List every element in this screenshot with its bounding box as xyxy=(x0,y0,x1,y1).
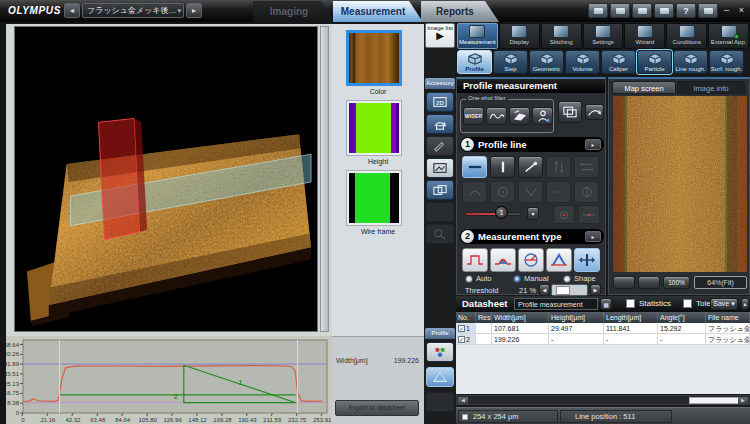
threshold-increase-button[interactable]: ▶ xyxy=(590,284,601,296)
map-pan-button[interactable] xyxy=(613,276,635,289)
smooth-curve-button[interactable] xyxy=(585,104,604,120)
tab-map-screen[interactable]: Map screen xyxy=(612,81,676,94)
column-header-file-name[interactable]: File name xyxy=(706,312,750,323)
image-list-button[interactable]: Image list ▶ xyxy=(425,23,455,48)
profile-chart-svg[interactable]: 08.3816.7525.1333.5141.8950.2658.64021.1… xyxy=(6,336,332,424)
line-width-slider[interactable] xyxy=(465,212,521,216)
step-measure-button[interactable] xyxy=(462,248,488,272)
wider-filter-button[interactable]: WIDER xyxy=(463,107,484,125)
column-header-result[interactable]: Result xyxy=(476,312,492,323)
accessory-tab[interactable]: Accessory xyxy=(425,78,455,89)
next-file-button[interactable]: ▸ xyxy=(186,3,202,18)
login-key-button[interactable] xyxy=(698,3,718,18)
save-button[interactable]: Save ▾ xyxy=(710,298,738,310)
datasheet-mode-dropdown[interactable]: Profile measurement xyxy=(514,298,598,310)
measure-tool-caliper[interactable]: Caliper xyxy=(601,50,636,74)
pen-tool-button[interactable] xyxy=(426,136,454,156)
area-measure-button[interactable] xyxy=(490,248,516,272)
column-header-angle[interactable]: Angle[°] xyxy=(658,312,706,323)
peak-measure-button[interactable] xyxy=(546,248,572,272)
type-options-button[interactable]: ▸ xyxy=(585,231,601,242)
tilt-correction-button[interactable] xyxy=(509,107,530,125)
canvas-vertical-scrollbar[interactable] xyxy=(320,26,329,332)
row-checkbox[interactable]: ✓ xyxy=(458,325,465,332)
map-preview-image[interactable] xyxy=(613,96,747,272)
scroll-left-arrow[interactable]: ◀ xyxy=(458,397,468,404)
point-target-button[interactable] xyxy=(553,205,575,224)
image-frame-button[interactable] xyxy=(426,158,454,178)
datasheet-horizontal-scrollbar[interactable]: ◀ ▶ xyxy=(456,395,750,405)
ribbon-tab-wizard[interactable]: Wizard xyxy=(624,23,665,49)
ribbon-tab-measurement[interactable]: Measurement xyxy=(457,23,498,49)
line-width-dropdown[interactable]: ▾ xyxy=(527,207,539,220)
ribbon-tab-conditions[interactable]: Conditions xyxy=(666,23,707,49)
blank-tool-button[interactable] xyxy=(426,202,454,222)
close-button[interactable]: × xyxy=(735,4,748,17)
point-line-button[interactable] xyxy=(578,205,600,224)
file-selector-dropdown[interactable]: フラッシュ金メッキ後…▾ xyxy=(82,3,184,18)
threshold-decrease-button[interactable]: ◀ xyxy=(539,284,550,296)
ribbon-tab-settings[interactable]: Settings xyxy=(583,23,624,49)
open-file-button[interactable] xyxy=(588,3,608,18)
thumbnail-color[interactable] xyxy=(346,30,402,86)
scroll-right-arrow[interactable]: ▶ xyxy=(738,397,748,404)
prev-file-button[interactable]: ◂ xyxy=(64,3,80,18)
minimize-button[interactable]: – xyxy=(720,4,733,17)
tab-measurement[interactable]: Measurement xyxy=(333,1,423,22)
statistics-checkbox[interactable] xyxy=(626,299,635,308)
collapse-datasheet-button[interactable]: ▲ xyxy=(741,298,749,310)
map-zoom-button[interactable] xyxy=(638,276,660,289)
export-to-datasheet-button[interactable]: Export to datasheet xyxy=(335,400,419,416)
radio-auto[interactable]: Auto xyxy=(465,274,491,283)
column-header-height-m[interactable]: Height[μm] xyxy=(549,312,604,323)
radio-shape[interactable]: Shape xyxy=(563,274,596,283)
to-2d-button[interactable]: 2D xyxy=(426,92,454,112)
table-row[interactable]: ✓2199.226---フラッシュ金 xyxy=(456,334,750,345)
ribbon-tab-external-app[interactable]: External App. xyxy=(708,23,749,49)
tools-button[interactable] xyxy=(654,3,674,18)
image-folder-button[interactable] xyxy=(426,180,454,200)
palette-button[interactable] xyxy=(426,342,454,362)
ribbon-tab-stitching[interactable]: Stitching xyxy=(541,23,582,49)
thumbnail-wire-frame[interactable] xyxy=(346,170,402,226)
blank-slot-button[interactable] xyxy=(426,392,454,412)
line-width-slider-handle[interactable]: 1 xyxy=(495,206,508,219)
print-button[interactable] xyxy=(632,3,652,18)
measure-tool-particle[interactable]: Particle xyxy=(637,50,672,74)
measure-tool-surf-rough[interactable]: Surf. rough. xyxy=(709,50,744,74)
scrollbar-thumb[interactable] xyxy=(689,397,739,404)
zoom-fit-field[interactable]: 64%(Fit) xyxy=(694,276,747,289)
tab-reports[interactable]: Reports xyxy=(421,1,499,22)
arc-line-button[interactable] xyxy=(462,181,487,203)
vertical-line-button[interactable] xyxy=(490,156,515,178)
measure-tool-geometric[interactable]: Geometric xyxy=(529,50,564,74)
waveform-filter-button[interactable] xyxy=(486,107,507,125)
radio-manual[interactable]: Manual xyxy=(513,274,549,283)
help-button[interactable]: ? xyxy=(676,3,696,18)
circle-line-button[interactable] xyxy=(490,181,515,203)
thumbnail-height[interactable] xyxy=(346,100,402,156)
column-header-length-m[interactable]: Length[μm] xyxy=(604,312,658,323)
measure-tool-profile[interactable]: Profile xyxy=(457,50,492,74)
horizontal-pair-button[interactable] xyxy=(574,156,599,178)
line-options-button[interactable]: ▸ xyxy=(585,139,601,150)
datasheet-grid-button[interactable]: ▦ xyxy=(600,298,612,310)
save-button[interactable] xyxy=(610,3,630,18)
dashed-line-button[interactable] xyxy=(546,181,571,203)
width-measure-button[interactable] xyxy=(574,248,600,272)
auto-filter-button[interactable] xyxy=(532,107,553,125)
angle-measure-button[interactable] xyxy=(518,248,544,272)
tolerance-checkbox[interactable] xyxy=(683,299,692,308)
polyline-button[interactable] xyxy=(518,181,543,203)
zoom-100-button[interactable]: 100% xyxy=(663,276,690,289)
horizontal-line-button[interactable] xyxy=(462,156,487,178)
table-row[interactable]: ✓1107.68129.497111.84115.292フラッシュ金 xyxy=(456,323,750,334)
flip-image-button[interactable] xyxy=(426,114,454,134)
circle-cross-button[interactable] xyxy=(574,181,599,203)
free-line-button[interactable] xyxy=(518,156,543,178)
magnifier-button[interactable] xyxy=(426,224,454,244)
profile-tab[interactable]: Profile xyxy=(425,328,455,339)
threshold-slider-track[interactable] xyxy=(551,284,588,296)
threshold-slider-thumb[interactable] xyxy=(556,286,570,295)
tab-imaging[interactable]: Imaging xyxy=(253,1,335,22)
